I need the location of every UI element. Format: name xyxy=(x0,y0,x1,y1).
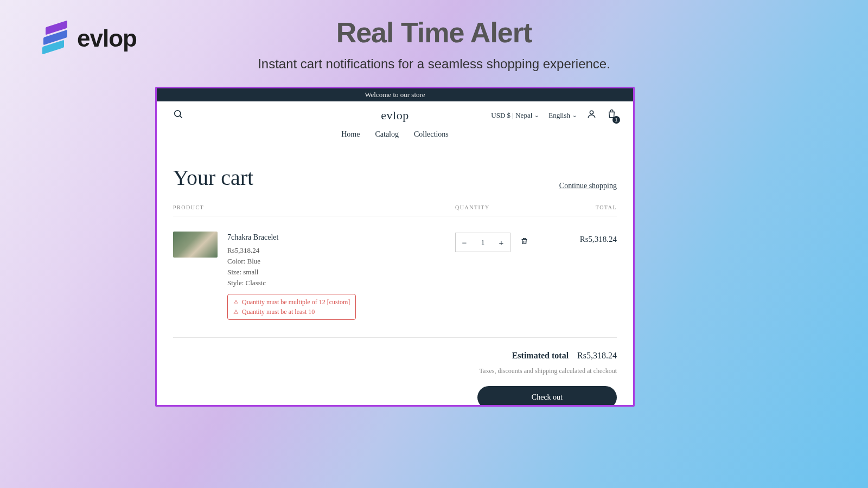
currency-selector[interactable]: USD $ | Nepal ⌄ xyxy=(491,111,539,120)
nav-catalog[interactable]: Catalog xyxy=(375,130,399,139)
col-product: PRODUCT xyxy=(173,204,455,210)
chevron-down-icon: ⌄ xyxy=(572,112,577,118)
quantity-alert-box: ⚠ Quantity must be multiple of 12 [custo… xyxy=(227,294,356,320)
store-nav: Home Catalog Collections xyxy=(157,125,633,149)
page-title: Your cart xyxy=(173,165,253,190)
svg-point-0 xyxy=(175,111,181,117)
quantity-value[interactable]: 1 xyxy=(473,238,493,247)
product-thumbnail[interactable] xyxy=(173,232,218,258)
storefront-screenshot: Welcome to our store evlop USD $ | Nepal… xyxy=(155,87,635,407)
cart-line-item: 7chakra Bracelet Rs5,318.24 Color: Blue … xyxy=(173,216,617,335)
warning-icon: ⚠ xyxy=(233,298,239,307)
svg-line-1 xyxy=(180,116,182,118)
hero-subtitle: Instant cart notifications for a seamles… xyxy=(0,56,868,72)
tax-note: Taxes, discounts and shipping calculated… xyxy=(173,367,617,375)
continue-shopping-link[interactable]: Continue shopping xyxy=(559,182,617,190)
nav-home[interactable]: Home xyxy=(341,130,360,139)
quantity-increase-button[interactable]: + xyxy=(493,233,510,252)
svg-point-2 xyxy=(590,111,593,114)
chevron-down-icon: ⌄ xyxy=(534,112,539,118)
remove-item-button[interactable] xyxy=(520,237,528,247)
account-icon[interactable] xyxy=(586,109,597,121)
product-price: Rs5,318.24 xyxy=(227,245,455,256)
cart-count-badge: 1 xyxy=(612,116,620,124)
col-quantity: QUANTITY xyxy=(455,204,552,210)
product-option-color: Color: Blue xyxy=(227,256,455,267)
cart-page: Your cart Continue shopping PRODUCT QUAN… xyxy=(157,149,633,405)
store-logo-text[interactable]: evlop xyxy=(381,108,409,123)
announcement-bar: Welcome to our store xyxy=(157,88,633,101)
language-selector[interactable]: English ⌄ xyxy=(548,111,577,120)
nav-collections[interactable]: Collections xyxy=(414,130,449,139)
currency-label: USD $ | Nepal xyxy=(491,111,532,120)
cart-icon[interactable]: 1 xyxy=(607,109,617,121)
checkout-button[interactable]: Check out xyxy=(477,386,617,405)
col-total: TOTAL xyxy=(552,204,617,210)
product-info: 7chakra Bracelet Rs5,318.24 Color: Blue … xyxy=(227,232,455,320)
store-header: evlop USD $ | Nepal ⌄ English ⌄ 1 xyxy=(157,101,633,125)
quantity-stepper: − 1 + xyxy=(455,233,510,252)
alert-message-1: Quantity must be multiple of 12 [custom] xyxy=(242,297,350,307)
search-icon[interactable] xyxy=(173,109,183,121)
quantity-decrease-button[interactable]: − xyxy=(456,233,473,252)
product-name[interactable]: 7chakra Bracelet xyxy=(227,232,455,243)
alert-message-2: Quantity must be at least 10 xyxy=(242,307,315,317)
estimated-total-value: Rs5,318.24 xyxy=(577,351,617,360)
warning-icon: ⚠ xyxy=(233,307,239,317)
product-option-style: Style: Classic xyxy=(227,278,455,288)
hero-title: Real Time Alert xyxy=(0,16,868,49)
product-option-size: Size: small xyxy=(227,267,455,278)
line-total: Rs5,318.24 xyxy=(552,232,617,244)
language-label: English xyxy=(548,111,570,120)
estimated-total-label: Estimated total xyxy=(512,351,569,360)
